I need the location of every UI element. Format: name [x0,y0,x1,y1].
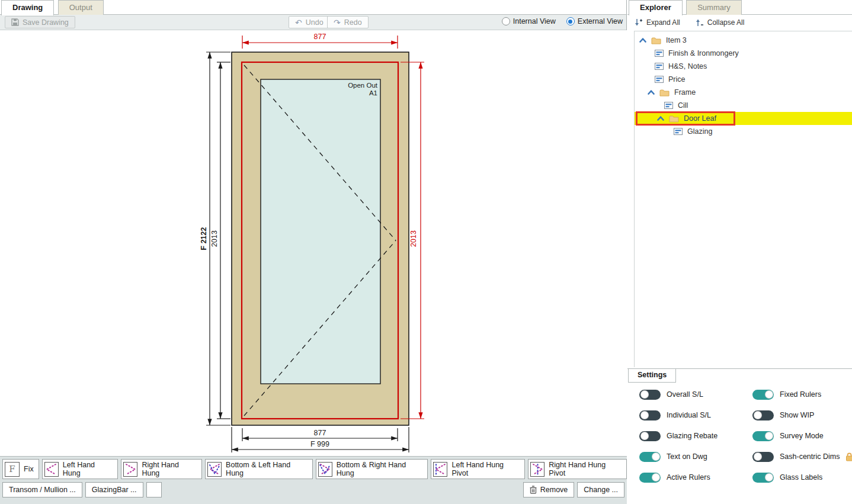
redo-button[interactable]: ↷ Redo [327,16,369,28]
bottom-left-hand-hung-label: Bottom & Left Hand Hung [226,461,307,477]
left-hand-hung-button[interactable]: Left Hand Hung [42,459,118,479]
tree-item-label: Finish & Ironmongery [668,49,739,57]
tab-settings[interactable]: Settings [628,369,676,383]
door-drawing: Open Out A1 877 F 2122 2013 [0,30,627,456]
right-hand-hung-pivot-button[interactable]: Right Hand Hung Pivot [528,459,627,479]
transom-mullion-button[interactable]: Transom / Mullion ... [2,482,82,497]
toggle-glazing-rebate: Glazing Rebate [639,431,718,441]
sash-centric-dims-toggle[interactable] [752,452,774,462]
expand-all-button[interactable]: Expand All [635,18,680,27]
collapse-all-button[interactable]: Collapse All [696,18,745,27]
save-icon [11,18,19,26]
show-wip-toggle[interactable] [752,410,774,420]
active-rulers-toggle[interactable] [639,473,661,483]
sash-id-annotation: A1 [369,89,377,97]
external-view-radio[interactable] [566,17,575,25]
toggle-overall-sl: Overall S/L [639,389,703,400]
tree-item-glazing[interactable]: Glazing [635,125,852,138]
drawing-canvas[interactable]: Open Out A1 877 F 2122 2013 [0,30,627,456]
dim-left-inner-lines [217,62,230,419]
overall-sl-label: Overall S/L [667,390,703,399]
right-hand-hung-pivot-label: Right Hand Hung Pivot [549,461,622,477]
survey-mode-toggle[interactable] [752,431,774,441]
undo-label: Undo [306,18,323,27]
text-on-dwg-toggle[interactable] [639,452,661,462]
individual-sl-toggle[interactable] [639,410,661,420]
dim-right-label: 2013 [409,230,418,247]
text-on-dwg-label: Text on Dwg [667,452,707,461]
bottom-right-hand-hung-button[interactable]: Bottom & Right Hand Hung [316,459,428,479]
tab-summary[interactable]: Summary [686,0,742,15]
glazingbar-label: GlazingBar ... [92,486,137,494]
tree-item-frame[interactable]: Frame [635,86,852,99]
right-hand-hung-icon [123,462,137,477]
internal-view-radio[interactable] [502,17,510,25]
save-drawing-button[interactable]: Save Drawing [5,16,75,28]
chevron-up-icon[interactable] [648,90,655,95]
chevron-up-icon[interactable] [639,38,646,43]
fix-icon: F [5,462,20,477]
drawing-pane: Drawing Output Save Drawing ↶ Undo ↷ Red… [0,0,627,504]
dim-top-label: 877 [314,33,326,41]
glazing-panel[interactable] [261,79,380,384]
remove-button[interactable]: Remove [523,482,575,497]
tree-item-door-leaf[interactable]: Door Leaf [635,112,852,125]
tree-item-cill[interactable]: Cill [635,99,852,112]
explorer-actions: Expand All Collapse All [627,15,852,30]
left-hand-hung-pivot-icon [433,462,447,477]
change-button[interactable]: Change ... [577,482,624,497]
tab-output[interactable]: Output [58,0,104,15]
tree-item-label: Item 3 [666,36,687,44]
expand-all-icon [635,18,642,27]
overall-sl-toggle[interactable] [639,390,661,400]
glass-labels-toggle[interactable] [752,473,774,483]
toggle-survey-mode: Survey Mode [752,431,824,441]
folder-icon [651,37,661,44]
left-hand-hung-pivot-button[interactable]: Left Hand Hung Pivot [431,459,525,479]
bottom-left-hand-hung-button[interactable]: Bottom & Left Hand Hung [205,459,313,479]
tree-item-item3[interactable]: Item 3 [635,34,852,47]
chevron-up-icon[interactable] [657,116,664,121]
blank-sash-button[interactable] [146,482,162,497]
folder-icon [659,89,670,97]
view-toggle-group: Internal View External View [502,17,623,25]
fixed-rulers-toggle[interactable] [752,390,774,400]
bottom-left-hand-hung-icon [207,462,222,477]
expand-all-label: Expand All [646,18,680,27]
show-wip-label: Show WIP [780,411,814,419]
glazingbar-button[interactable]: GlazingBar ... [85,482,143,497]
toggle-active-rulers: Active Rulers [639,472,710,483]
edit-actions: Remove Change ... [523,482,624,497]
tree-item-hs-notes[interactable]: H&S, Notes [635,60,852,73]
fix-button[interactable]: F Fix [2,459,39,479]
sash-centric-dims-label: Sash-centric Dims [780,452,840,461]
fixed-rulers-label: Fixed Rulers [780,390,821,399]
left-hand-hung-label: Left Hand Hung [63,461,113,477]
dim-left-inner-label: 2013 [210,230,219,247]
transom-mullion-label: Transom / Mullion ... [9,486,76,494]
tree-item-label: Cill [678,101,688,110]
toggle-glass-labels: Glass Labels [752,472,822,483]
tab-explorer[interactable]: Explorer [629,0,683,15]
tree-item-finish-ironmongery[interactable]: Finish & Ironmongery [635,47,852,60]
right-hand-hung-button[interactable]: Right Hand Hung [121,459,202,479]
form-icon [664,102,673,109]
tab-drawing[interactable]: Drawing [1,0,54,15]
undo-button[interactable]: ↶ Undo [289,16,330,28]
right-hand-hung-pivot-icon [530,462,544,477]
external-view-option[interactable]: External View [566,17,623,25]
form-icon [655,76,664,83]
change-label: Change ... [584,486,618,494]
internal-view-option[interactable]: Internal View [502,17,556,25]
glazing-rebate-toggle[interactable] [639,431,661,441]
tree-item-price[interactable]: Price [635,73,852,86]
tree-item-label: Door Leaf [684,114,716,123]
lock-icon [845,452,852,461]
tree-item-label: Price [668,75,685,84]
collapse-all-icon [696,18,703,27]
glass-labels-label: Glass Labels [780,473,822,481]
tree-item-label: H&S, Notes [668,62,707,70]
glazing-rebate-label: Glazing Rebate [667,432,718,440]
toggle-show-wip: Show WIP [752,410,814,420]
save-drawing-label: Save Drawing [23,18,69,27]
